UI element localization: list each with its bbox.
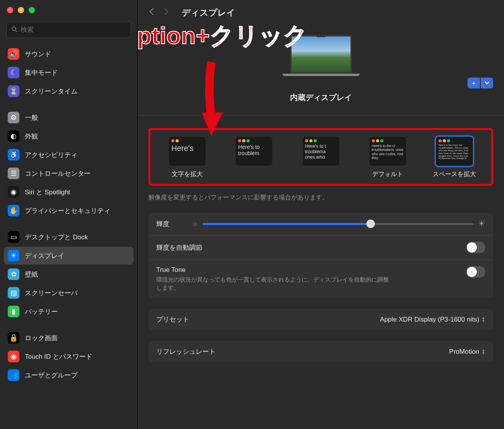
brightness-slider[interactable] bbox=[203, 223, 474, 225]
preset-value: Apple XDR Display (P3-1600 nits) bbox=[380, 316, 479, 323]
sidebar-item-label: 集中モード bbox=[25, 68, 58, 77]
divider bbox=[138, 115, 504, 116]
true-tone-toggle[interactable] bbox=[466, 266, 485, 278]
sidebar-item-label: バッテリー bbox=[25, 307, 58, 316]
add-display-group: ＋ bbox=[468, 78, 493, 88]
refresh-row: リフレッシュレート ProMotion ▲▼ bbox=[148, 341, 493, 362]
close-window[interactable] bbox=[7, 7, 13, 13]
sidebar-item-icon: ▮ bbox=[8, 306, 19, 317]
sidebar: 🔊サウンド☾集中モード⏳スクリーンタイム⚙一般◐外観♿アクセシビリティ☰コントロ… bbox=[0, 0, 138, 429]
sidebar-item-icon: ☾ bbox=[8, 67, 19, 78]
resolution-option-label: デフォルト bbox=[356, 170, 419, 178]
resolution-thumbnail: Here's to the crazy one troublemakers. T… bbox=[436, 137, 473, 166]
sidebar-item-icon: ⚙ bbox=[8, 112, 19, 123]
settings-group-2: プリセット Apple XDR Display (P3-1600 nits) ▲… bbox=[148, 309, 493, 330]
true-tone-desc: 環境光の状況が異なっても色が一貫して表示されるように、ディスプレイを自動的に調整… bbox=[156, 275, 389, 292]
sidebar-item[interactable]: ▮バッテリー bbox=[4, 303, 133, 320]
sidebar-item-icon: ☀ bbox=[8, 250, 19, 261]
auto-brightness-row: 輝度を自動調節 bbox=[148, 235, 493, 260]
sidebar-item-label: スクリーンセーバ bbox=[25, 289, 78, 298]
sidebar-item-label: 一般 bbox=[25, 113, 38, 122]
sidebar-item-label: アクセシビリティ bbox=[25, 150, 78, 159]
main-header: ディスプレイ bbox=[138, 0, 504, 23]
sidebar-item-label: Touch ID とパスワード bbox=[25, 352, 92, 361]
sidebar-item[interactable]: ☾集中モード bbox=[4, 64, 133, 81]
sidebar-item[interactable]: ✋プライバシーとセキュリティ bbox=[4, 202, 133, 220]
sidebar-item[interactable]: ⚙一般 bbox=[4, 109, 133, 126]
sidebar-item[interactable]: ☀ディスプレイ bbox=[4, 247, 133, 265]
settings-group-1: 輝度 ☼ ☀ 輝度を自動調節 True Tone bbox=[148, 213, 493, 298]
sidebar-item-icon: 🔊 bbox=[8, 48, 19, 60]
sidebar-item-icon: ✿ bbox=[8, 268, 19, 280]
brightness-row: 輝度 ☼ ☀ bbox=[148, 213, 493, 235]
sidebar-item-icon: ◐ bbox=[8, 130, 19, 142]
sidebar-item[interactable]: ▭デスクトップと Dock bbox=[4, 228, 133, 246]
resolution-thumbnail: Here's to the cr troublemakers. ones who… bbox=[369, 137, 406, 166]
sidebar-item-icon: 🔒 bbox=[8, 332, 19, 344]
add-display-button[interactable]: ＋ bbox=[468, 78, 480, 88]
sidebar-item[interactable]: ▤スクリーンセーバ bbox=[4, 284, 133, 302]
sidebar-item-label: コントロールセンター bbox=[25, 169, 91, 178]
main-panel: ディスプレイ Option+クリック 内蔵ディスプレイ ＋ Here's文字を拡… bbox=[138, 0, 504, 429]
sidebar-item-icon: ▤ bbox=[8, 287, 19, 299]
search-icon bbox=[11, 26, 17, 34]
minimize-window[interactable] bbox=[18, 7, 24, 13]
sidebar-item[interactable]: ☰コントロールセンター bbox=[4, 164, 133, 182]
svg-point-0 bbox=[12, 27, 16, 31]
auto-brightness-label: 輝度を自動調節 bbox=[156, 243, 202, 252]
sidebar-item[interactable]: 🔊サウンド bbox=[4, 45, 133, 63]
resolution-option[interactable]: Here's to the cr troublemakers. ones who… bbox=[356, 137, 419, 178]
sidebar-item-label: プライバシーとセキュリティ bbox=[25, 206, 110, 215]
true-tone-row: True Tone 環境光の状況が異なっても色が一貫して表示されるように、ディス… bbox=[148, 260, 493, 298]
sidebar-item[interactable]: 👥ユーザとグループ bbox=[4, 366, 133, 384]
sun-large-icon: ☀ bbox=[478, 219, 485, 229]
chevron-updown-icon: ▲▼ bbox=[482, 349, 485, 355]
back-button[interactable] bbox=[148, 7, 155, 19]
resolution-option-label bbox=[223, 170, 285, 177]
refresh-value: ProMotion bbox=[449, 348, 479, 356]
preset-label: プリセット bbox=[156, 315, 189, 324]
resolution-thumbnail: Here's to t troublema ones who bbox=[303, 137, 339, 166]
sidebar-item-label: デスクトップと Dock bbox=[25, 233, 88, 242]
resolution-option[interactable]: Here's to t troublema ones who bbox=[289, 137, 352, 178]
sidebar-item-label: ディスプレイ bbox=[25, 251, 64, 260]
sidebar-item[interactable]: ◉Touch ID とパスワード bbox=[4, 348, 133, 365]
sidebar-item[interactable]: ✿壁紙 bbox=[4, 265, 133, 283]
search-input[interactable] bbox=[21, 26, 126, 34]
preset-row: プリセット Apple XDR Display (P3-1600 nits) ▲… bbox=[148, 309, 493, 330]
sidebar-item-label: 壁紙 bbox=[25, 270, 38, 279]
sidebar-item[interactable]: ⏳スクリーンタイム bbox=[4, 82, 133, 100]
sidebar-item[interactable]: ◐外観 bbox=[4, 127, 133, 145]
sun-small-icon: ☼ bbox=[193, 220, 199, 228]
resolution-option-label bbox=[289, 170, 352, 177]
add-display-dropdown[interactable] bbox=[481, 78, 493, 88]
refresh-select[interactable]: ProMotion ▲▼ bbox=[449, 348, 485, 356]
auto-brightness-toggle[interactable] bbox=[466, 242, 485, 253]
sidebar-item-icon: ♿ bbox=[8, 149, 19, 161]
sidebar-item-icon: ◉ bbox=[8, 351, 19, 362]
resolution-note: 解像度を変更するとパフォーマンスに影響する場合があります。 bbox=[148, 194, 493, 202]
resolution-thumbnail: Here's to troublem bbox=[236, 137, 272, 166]
sidebar-item-icon: ◉ bbox=[8, 186, 19, 198]
sidebar-list: 🔊サウンド☾集中モード⏳スクリーンタイム⚙一般◐外観♿アクセシビリティ☰コントロ… bbox=[0, 45, 137, 429]
sidebar-item-label: 外観 bbox=[25, 132, 38, 141]
sidebar-item-label: ユーザとグループ bbox=[25, 371, 78, 380]
preset-select[interactable]: Apple XDR Display (P3-1600 nits) ▲▼ bbox=[380, 316, 485, 323]
window-controls bbox=[0, 4, 137, 19]
chevron-updown-icon: ▲▼ bbox=[482, 317, 485, 323]
brightness-label: 輝度 bbox=[156, 220, 169, 228]
search-box[interactable] bbox=[6, 22, 131, 38]
maximize-window[interactable] bbox=[29, 7, 35, 13]
page-title: ディスプレイ bbox=[182, 7, 235, 19]
sidebar-item-icon: 👥 bbox=[8, 369, 19, 381]
sidebar-item-label: サウンド bbox=[25, 50, 51, 59]
annotation-text: Option+クリック bbox=[138, 23, 307, 52]
resolution-option[interactable]: Here's to the crazy one troublemakers. T… bbox=[423, 137, 486, 178]
sidebar-item[interactable]: ♿アクセシビリティ bbox=[4, 146, 133, 164]
sidebar-item-icon: ▭ bbox=[8, 231, 19, 243]
sidebar-item[interactable]: ◉Siri と Spotlight bbox=[4, 183, 133, 201]
sidebar-item[interactable]: 🔒ロック画面 bbox=[4, 329, 133, 347]
refresh-label: リフレッシュレート bbox=[156, 347, 216, 356]
sidebar-item-icon: ✋ bbox=[8, 205, 19, 216]
forward-button[interactable] bbox=[163, 7, 169, 19]
